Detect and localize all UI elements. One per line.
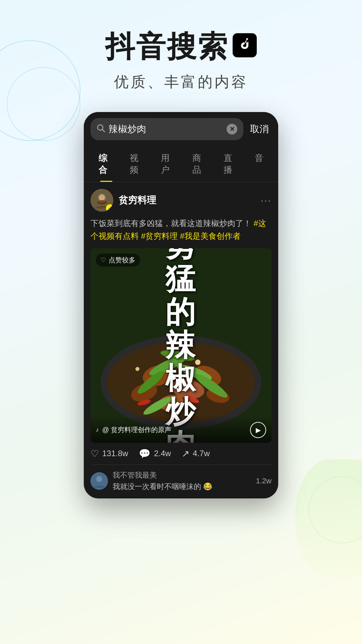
comments-stat[interactable]: 💬 2.4w: [139, 448, 171, 459]
main-title: 抖音搜索: [105, 27, 229, 67]
tab-直播[interactable]: 直播: [216, 146, 247, 182]
phone-mockup: 辣椒炒肉 ✕ 取消 综合 视频 用户 商品 直播 音: [84, 112, 278, 498]
share-stat-icon: ↗: [182, 448, 189, 459]
commenter-name: 我不管我最美: [113, 470, 251, 480]
comment-stat-icon: 💬: [139, 448, 150, 459]
tab-视频[interactable]: 视频: [122, 146, 153, 182]
cancel-search-button[interactable]: 取消: [247, 123, 272, 136]
hashtag-3[interactable]: #我是美食创作者: [180, 231, 241, 240]
video-text-overlay: 勇猛的辣椒炒肉: [90, 248, 272, 443]
video-big-text: 勇猛的辣椒炒肉: [165, 248, 197, 443]
comment-content: 我不管我最美 我就没一次看时不咽唾沫的 😂: [113, 470, 251, 492]
tab-综合[interactable]: 综合: [90, 146, 122, 182]
shares-stat[interactable]: ↗ 4.7w: [182, 448, 210, 459]
search-bar: 辣椒炒肉 ✕ 取消: [84, 112, 278, 146]
bg-decoration-2: [7, 67, 80, 141]
tab-用户[interactable]: 用户: [153, 146, 184, 182]
svg-point-6: [98, 200, 106, 203]
comment-text: 我就没一次看时不咽唾沫的 😂: [113, 482, 251, 492]
tab-商品[interactable]: 商品: [184, 146, 216, 182]
svg-point-28: [96, 476, 102, 482]
more-options-button[interactable]: ···: [260, 194, 272, 207]
likes-stat[interactable]: ♡ 131.8w: [90, 448, 128, 459]
comment-likes-count: 1.2w: [256, 477, 272, 485]
post-header: ✓ 贫穷料理 ···: [90, 189, 272, 212]
tiktok-logo: [233, 33, 257, 57]
video-bottom-bar: ♪ @ 贫穷料理创作的原声 ▶: [90, 415, 272, 443]
app-title-row: 抖音搜索: [105, 27, 257, 67]
bg-blob: [295, 460, 362, 577]
user-info: ✓ 贫穷料理: [90, 189, 156, 212]
search-icon: [97, 124, 105, 135]
header-section: 抖音搜索 优质、丰富的内容: [105, 27, 257, 92]
content-area: ✓ 贫穷料理 ··· 下饭菜到底有多凶猛，就看这道辣椒炒肉了！ #这个视频有点料…: [84, 182, 278, 498]
stats-row: ♡ 131.8w 💬 2.4w ↗ 4.7w: [90, 448, 272, 465]
page-wrapper: 抖音搜索 优质、丰富的内容: [0, 0, 362, 644]
hashtag-2[interactable]: #贫穷料理: [141, 231, 178, 240]
comment-preview: 我不管我最美 我就没一次看时不咽唾沫的 😂 1.2w: [90, 465, 272, 492]
username[interactable]: 贫穷料理: [119, 194, 156, 207]
user-avatar[interactable]: ✓: [90, 189, 113, 212]
svg-point-4: [99, 195, 105, 201]
subtitle: 优质、丰富的内容: [105, 72, 257, 92]
heart-stat-icon: ♡: [90, 448, 99, 459]
play-button[interactable]: ▶: [250, 422, 266, 438]
search-query-text: 辣椒炒肉: [109, 123, 223, 136]
tiktok-sound-icon: ♪: [96, 426, 99, 433]
video-thumbnail[interactable]: ♡ 点赞较多 勇猛的辣椒炒肉 ♪ @ 贫穷料理创作的原声 ▶: [90, 248, 272, 443]
search-input-area[interactable]: 辣椒炒肉 ✕: [90, 118, 243, 140]
tab-音[interactable]: 音: [247, 146, 272, 182]
tiktok-logo-icon: [237, 36, 252, 54]
post-description: 下饭菜到底有多凶猛，就看这道辣椒炒肉了！ #这个视频有点料 #贫穷料理 #我是美…: [90, 217, 272, 243]
clear-search-button[interactable]: ✕: [227, 124, 237, 135]
verified-badge: ✓: [106, 204, 113, 212]
commenter-avatar: [90, 472, 108, 490]
sound-info: ♪ @ 贫穷料理创作的原声: [96, 425, 171, 434]
tabs-bar: 综合 视频 用户 商品 直播 音: [84, 146, 278, 182]
svg-line-1: [102, 129, 105, 132]
